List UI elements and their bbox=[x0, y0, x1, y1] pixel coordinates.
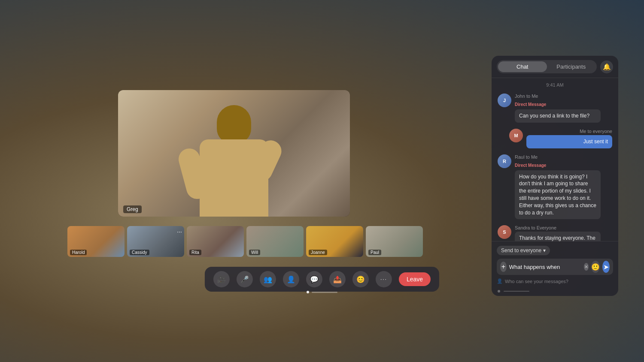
emoji-button[interactable]: 🙂 bbox=[591, 261, 600, 273]
thumbnail-rita[interactable]: Rita bbox=[187, 226, 244, 257]
tab-chat[interactable]: Chat bbox=[498, 61, 547, 72]
sender-raul: Raul to Me bbox=[515, 154, 538, 160]
reactions-button[interactable]: 😊 bbox=[352, 271, 369, 287]
chat-timestamp: 9:41 AM bbox=[498, 82, 612, 87]
chat-footer: Send to everyone ▾ + ✕ 🙂 ➤ 👤 Who can see… bbox=[492, 241, 618, 288]
sender-me: Me to everyone bbox=[580, 129, 612, 134]
tab-group: Chat Participants bbox=[497, 60, 597, 73]
message-content-raul: Raul to Me Direct Message How do you thi… bbox=[515, 154, 601, 220]
avatar-john: J bbox=[498, 94, 511, 107]
send-message-button[interactable]: ➤ bbox=[602, 261, 610, 273]
chat-panel: Chat Participants 🔔 9:41 AM J John to Me… bbox=[492, 56, 618, 296]
bubble-raul: How do you think it is going? I don't th… bbox=[515, 170, 601, 220]
send-to-label: Send to everyone bbox=[501, 247, 541, 253]
message-john: J John to Me Direct Message Can you send… bbox=[498, 94, 612, 123]
add-person-button[interactable]: 👤 bbox=[283, 271, 299, 287]
more-button[interactable]: ··· bbox=[376, 271, 392, 287]
message-content-me: Me to everyone Just sent it bbox=[526, 129, 612, 148]
message-header-john: John to Me bbox=[515, 94, 601, 99]
message-sandra: S Sandra to Everyone Thanks for staying … bbox=[498, 225, 612, 241]
main-content: Greg Harold ··· Cassidy Rita Will Joanne… bbox=[0, 0, 644, 362]
message-input-row: + ✕ 🙂 ➤ bbox=[497, 259, 613, 275]
chat-scroll-bar bbox=[504, 291, 529, 292]
message-header-me: Me to everyone bbox=[526, 129, 612, 134]
visibility-row: 👤 Who can see your messages? bbox=[497, 278, 613, 284]
sender-sandra: Sandra to Everyone bbox=[515, 225, 556, 230]
thumbnail-strip: Harold ··· Cassidy Rita Will Joanne Paul bbox=[67, 226, 423, 257]
thumb-name-joanne: Joanne bbox=[309, 250, 327, 255]
direct-label-john: Direct Message bbox=[515, 102, 546, 107]
thumb-name-harold: Harold bbox=[70, 250, 87, 255]
thumbnail-cassidy[interactable]: ··· Cassidy bbox=[127, 226, 184, 257]
main-video: Greg bbox=[118, 90, 350, 217]
thumb-name-paul: Paul bbox=[368, 250, 381, 255]
person-head bbox=[217, 105, 251, 144]
message-input[interactable] bbox=[509, 264, 581, 270]
message-me: Me to everyone Just sent it M bbox=[498, 129, 612, 148]
direct-label-raul: Direct Message bbox=[515, 163, 546, 168]
thumbnail-more-icon[interactable]: ··· bbox=[177, 228, 182, 235]
avatar-raul: R bbox=[498, 154, 511, 168]
thumb-name-cassidy: Cassidy bbox=[130, 250, 149, 255]
scroll-dot-1 bbox=[307, 291, 309, 293]
bubble-me: Just sent it bbox=[526, 135, 612, 148]
message-header-sandra: Sandra to Everyone bbox=[515, 225, 601, 230]
thumb-name-will: Will bbox=[249, 250, 260, 255]
avatar-sandra: S bbox=[498, 225, 511, 239]
scroll-bar bbox=[312, 292, 337, 293]
thumbnail-harold[interactable]: Harold bbox=[67, 226, 125, 257]
send-icon: ➤ bbox=[603, 263, 609, 271]
chat-scroll-dot bbox=[498, 290, 500, 293]
person-icon: 👤 bbox=[497, 278, 503, 284]
camera-button[interactable]: 🎥 bbox=[213, 271, 230, 287]
message-raul: R Raul to Me Direct Message How do you t… bbox=[498, 154, 612, 220]
send-to-row: Send to everyone ▾ bbox=[497, 246, 613, 255]
send-to-chevron-icon: ▾ bbox=[543, 247, 546, 253]
notification-button[interactable]: 🔔 bbox=[600, 60, 613, 73]
bubble-john: Can you send a link to the file? bbox=[515, 109, 601, 123]
thumbnail-joanne[interactable]: Joanne bbox=[306, 226, 363, 257]
clear-input-button[interactable]: ✕ bbox=[584, 263, 589, 271]
video-background bbox=[118, 90, 350, 217]
chat-messages: 9:41 AM J John to Me Direct Message Can … bbox=[492, 78, 618, 241]
message-content-john: John to Me Direct Message Can you send a… bbox=[515, 94, 601, 123]
participants-button[interactable]: 👥 bbox=[260, 271, 276, 287]
thumbnail-will[interactable]: Will bbox=[246, 226, 304, 257]
scroll-indicator bbox=[307, 291, 337, 293]
leave-button[interactable]: Leave bbox=[399, 272, 431, 286]
message-content-sandra: Sandra to Everyone Thanks for staying ev… bbox=[515, 225, 601, 241]
visibility-text: Who can see your messages? bbox=[505, 279, 568, 284]
mic-button[interactable]: 🎤 bbox=[237, 271, 253, 287]
share-button[interactable]: 📤 bbox=[329, 271, 346, 287]
add-attachment-button[interactable]: + bbox=[500, 262, 507, 272]
chat-scroll-indicator bbox=[492, 288, 618, 296]
chat-button[interactable]: 💬 bbox=[306, 271, 322, 287]
speaker-video bbox=[174, 97, 294, 217]
bubble-sandra: Thanks for staying everyone. The feedbac… bbox=[515, 232, 601, 241]
thumbnail-paul[interactable]: Paul bbox=[366, 226, 423, 257]
message-header-raul: Raul to Me bbox=[515, 154, 601, 160]
control-bar: 🎥 🎤 👥 👤 💬 📤 😊 ··· Leave bbox=[205, 267, 439, 292]
thumb-name-rita: Rita bbox=[189, 250, 201, 255]
speaker-name-tag: Greg bbox=[123, 205, 142, 213]
sender-john: John to Me bbox=[515, 94, 538, 99]
send-to-button[interactable]: Send to everyone ▾ bbox=[497, 246, 550, 255]
chat-tabs: Chat Participants 🔔 bbox=[492, 56, 618, 78]
avatar-me: M bbox=[509, 129, 523, 142]
tab-participants[interactable]: Participants bbox=[547, 61, 596, 72]
